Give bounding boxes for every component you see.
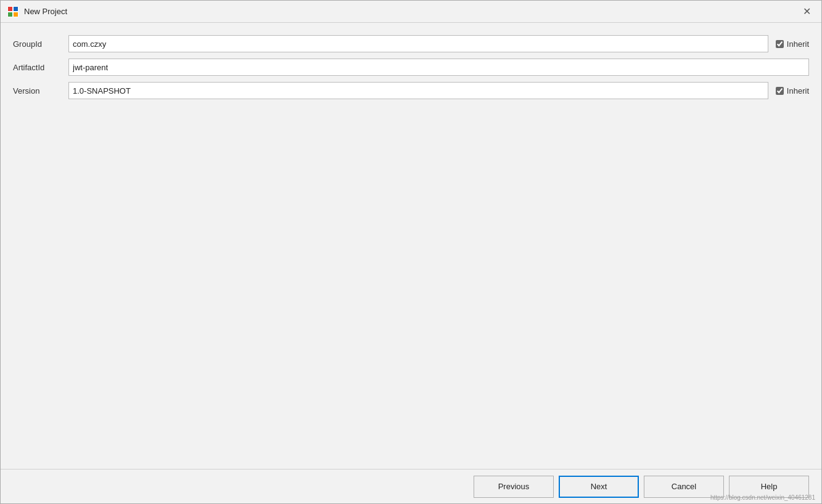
groupid-label: GroupId [13,39,68,49]
app-icon [7,6,19,18]
next-button[interactable]: Next [559,476,639,498]
previous-button[interactable]: Previous [474,476,554,498]
groupid-inherit-container: Inherit [776,39,809,49]
content-spacer [13,105,809,457]
groupid-inherit-label[interactable]: Inherit [787,39,809,49]
title-bar-left: New Project [7,6,67,18]
dialog-title: New Project [24,7,67,16]
app-logo-icon [7,6,18,17]
version-inherit-checkbox[interactable] [776,87,784,95]
title-bar: New Project ✕ [1,1,821,23]
version-inherit-container: Inherit [776,86,809,96]
svg-rect-2 [14,7,18,11]
artifactid-label: ArtifactId [13,63,68,72]
svg-rect-3 [8,12,12,17]
watermark: https://blog.csdn.net/weixin_40461281 [710,494,815,501]
version-inherit-label[interactable]: Inherit [787,86,809,96]
close-button[interactable]: ✕ [798,3,815,20]
footer: Previous Next Cancel Help [1,469,821,503]
artifactid-input[interactable] [68,59,809,76]
svg-rect-1 [8,7,12,11]
version-row: Version Inherit [13,82,809,99]
svg-rect-4 [14,12,18,17]
groupid-inherit-checkbox[interactable] [776,40,784,48]
groupid-row: GroupId Inherit [13,35,809,52]
version-label: Version [13,86,68,96]
version-input[interactable] [68,82,768,99]
form-content: GroupId Inherit ArtifactId Version Inher… [1,23,821,469]
artifactid-row: ArtifactId [13,59,809,76]
new-project-dialog: New Project ✕ GroupId Inherit ArtifactId… [0,0,822,504]
groupid-input[interactable] [68,35,768,52]
